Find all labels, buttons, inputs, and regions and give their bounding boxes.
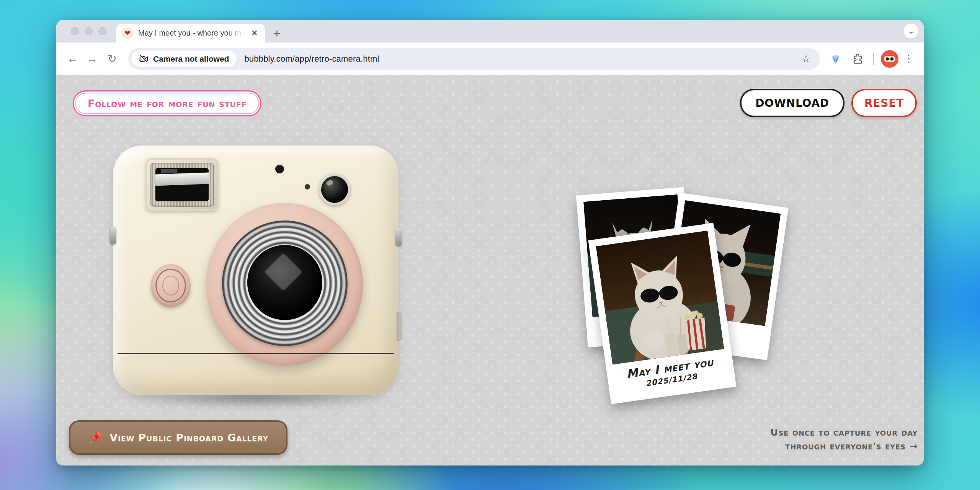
camera-indicator-dot — [275, 165, 284, 173]
pushpin-icon: 📌 — [88, 431, 103, 444]
tab-title: May I meet you - where you m — [138, 29, 250, 38]
camera-permission-label: Camera not allowed — [153, 54, 229, 64]
pinboard-gallery-label: View Public Pinboard Gallery — [109, 432, 268, 444]
browser-menu-icon[interactable]: ⋮ — [904, 53, 914, 65]
gem-extension-icon[interactable] — [827, 53, 844, 65]
browser-tab[interactable]: ❤ May I meet you - where you m ✕ — [116, 24, 265, 42]
browser-window: ❤ May I meet you - where you m ✕ + ⌄ ← →… — [56, 20, 924, 466]
camera-viewfinder-lens — [319, 174, 350, 205]
reset-button[interactable]: RESET — [851, 89, 917, 117]
retro-camera-image — [113, 145, 399, 405]
tab-favicon: ❤ — [122, 28, 133, 39]
camera-light-sensor — [305, 184, 310, 189]
usage-hint-line1: Use once to capture your day — [770, 426, 918, 439]
minimize-window-button[interactable] — [85, 27, 93, 35]
reload-icon[interactable]: ↻ — [104, 51, 121, 67]
back-icon[interactable]: ← — [64, 51, 81, 67]
page-content: Follow me for more fun stuff DOWNLOAD RE… — [56, 75, 924, 466]
robot-face-icon — [884, 56, 895, 62]
usage-hint: Use once to capture your day through eve… — [770, 426, 918, 454]
toolbar-divider — [873, 53, 874, 65]
camera-strap-lug-left — [110, 227, 116, 244]
download-label: DOWNLOAD — [755, 97, 829, 109]
profile-avatar[interactable] — [881, 50, 898, 68]
tab-search-chevron-icon[interactable]: ⌄ — [904, 24, 918, 38]
bookmark-star-icon[interactable]: ☆ — [802, 53, 811, 65]
reset-label: RESET — [864, 97, 904, 109]
polaroid-photo — [596, 230, 724, 364]
browser-toolbar: ← → ↻ Camera not allowed bubbbly.com/app… — [56, 42, 924, 75]
forward-icon[interactable]: → — [84, 51, 101, 67]
close-window-button[interactable] — [71, 27, 79, 35]
camera-strap-lug-right — [395, 228, 402, 246]
tab-strip: ❤ May I meet you - where you m ✕ + ⌄ — [56, 20, 924, 42]
camera-main-lens — [247, 245, 322, 320]
address-bar[interactable]: Camera not allowed bubbbly.com/app/retro… — [128, 48, 820, 70]
lens-glint — [264, 253, 302, 291]
url-text[interactable]: bubbbly.com/app/retro-camera.html — [244, 54, 379, 64]
extensions-puzzle-icon[interactable] — [849, 53, 867, 65]
window-controls — [56, 20, 116, 42]
top-right-actions: DOWNLOAD RESET — [740, 89, 917, 117]
polaroid-front[interactable]: May I meet you 2025/11/28 — [588, 223, 737, 404]
polaroid-stack: you — [582, 188, 800, 421]
usage-hint-line2: through everyone's eyes → — [770, 439, 918, 453]
camera-body — [113, 145, 399, 395]
download-button[interactable]: DOWNLOAD — [740, 89, 844, 117]
camera-print-slot — [118, 353, 394, 354]
zoom-window-button[interactable] — [98, 27, 106, 35]
follow-me-button[interactable]: Follow me for more fun stuff — [73, 90, 261, 116]
camera-flash — [145, 158, 219, 211]
follow-me-label: Follow me for more fun stuff — [88, 98, 247, 109]
heart-icon: ❤ — [124, 29, 131, 37]
camera-side-tab — [397, 312, 402, 341]
camera-permission-chip[interactable]: Camera not allowed — [131, 51, 237, 67]
camera-blocked-icon — [139, 54, 149, 64]
new-tab-button[interactable]: + — [273, 27, 281, 39]
pinboard-gallery-button[interactable]: 📌 View Public Pinboard Gallery — [69, 420, 287, 455]
camera-shutter-button[interactable] — [151, 264, 191, 307]
tab-close-icon[interactable]: ✕ — [250, 28, 260, 38]
